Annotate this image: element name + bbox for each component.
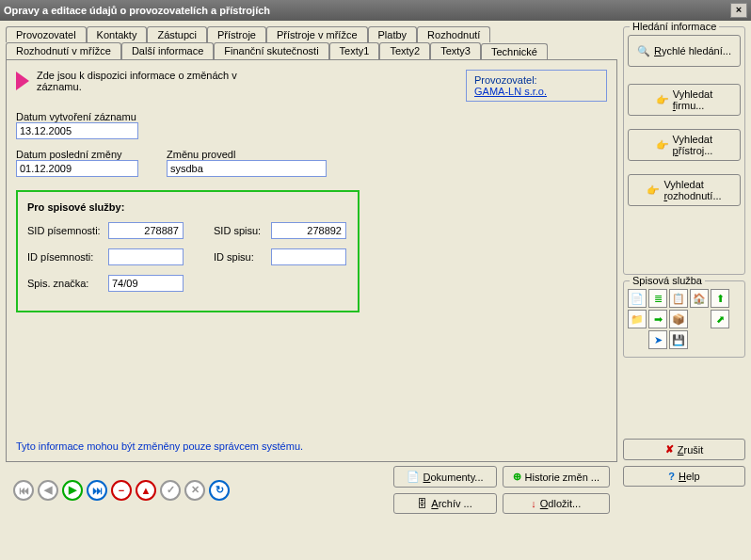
provozovatel-link[interactable]: GAMA-LN s.r.o. xyxy=(474,86,599,97)
spis-group-title: Spisová služba xyxy=(630,275,705,286)
label-id-spisu: ID spisu: xyxy=(214,251,265,263)
tab-rozhodnuti-mrizce[interactable]: Rozhodnutí v mřížce xyxy=(6,42,121,59)
find-device-button[interactable]: 👉 Vyhledatpřístroj... xyxy=(628,129,741,161)
nav-prev[interactable]: ◀ xyxy=(38,480,58,501)
provozovatel-box: Provozovatel: GAMA-LN s.r.o. xyxy=(466,70,607,102)
nav-first[interactable]: ⏮ xyxy=(13,480,34,501)
document-icon: 📄 xyxy=(407,471,420,483)
nav-refresh[interactable]: ↻ xyxy=(209,480,230,501)
help-icon: ? xyxy=(668,471,675,482)
input-changed-by[interactable] xyxy=(167,160,327,177)
label-sid-spisu: SID spisu: xyxy=(214,225,265,236)
input-sid-spisu[interactable] xyxy=(271,222,346,239)
nav-cancel[interactable]: ✕ xyxy=(184,480,205,501)
label-id-pisemnosti: ID písemnosti: xyxy=(27,251,103,263)
pointer-icon: 👉 xyxy=(656,139,669,152)
archive-icon: 🗄 xyxy=(417,498,427,509)
x-icon: ✘ xyxy=(665,443,674,456)
tb-right-icon[interactable]: ➤ xyxy=(648,330,667,349)
tab-kontakty[interactable]: Kontakty xyxy=(87,26,148,42)
label-spis-znacka: Spis. značka: xyxy=(27,278,103,289)
tb-home-icon[interactable]: 🏠 xyxy=(690,289,709,308)
tb-send-icon[interactable]: ⬈ xyxy=(711,310,729,328)
provozovatel-label: Provozovatel: xyxy=(474,74,599,86)
spisove-sluzby-box: Pro spisové služby: SID písemnosti: SID … xyxy=(16,190,360,312)
input-modified[interactable] xyxy=(16,160,138,177)
nav-ok[interactable]: ✓ xyxy=(160,480,181,501)
search-group-title: Hledání informace xyxy=(630,21,719,32)
tab-pristroje[interactable]: Přístroje xyxy=(207,26,266,42)
nav-up[interactable]: ▲ xyxy=(136,480,156,501)
defer-button[interactable]: ↓ Odložit... xyxy=(503,493,610,514)
archive-button[interactable]: 🗄 Archív ... xyxy=(393,493,497,514)
cancel-button[interactable]: ✘ Zrušit xyxy=(623,439,745,460)
tb-box-icon[interactable]: 📦 xyxy=(669,310,688,328)
plus-icon: ⊕ xyxy=(513,471,521,483)
tb-folder-icon[interactable]: 📁 xyxy=(628,310,647,328)
nav-next[interactable]: ▶ xyxy=(62,480,83,501)
tab-rozhodnuti[interactable]: Rozhodnutí xyxy=(417,26,490,42)
tb-new-icon[interactable]: 📄 xyxy=(628,289,647,308)
tab-provozovatel[interactable]: Provozovatel xyxy=(6,26,87,42)
find-decision-button[interactable]: 👉 Vyhledatrozhodnutí... xyxy=(628,174,741,206)
label-created: Datum vytvoření záznamu xyxy=(16,111,607,122)
tab-technicke[interactable]: Technické xyxy=(481,43,548,60)
tab-pristroje-mrizce[interactable]: Přístroje v mřížce xyxy=(266,26,368,42)
nav-last[interactable]: ⏭ xyxy=(87,480,107,501)
tb-copy-icon[interactable]: 📋 xyxy=(669,289,688,308)
btn-docs-rest: okumenty... xyxy=(430,472,483,483)
tb-up-icon[interactable]: ⬆ xyxy=(711,289,729,308)
documents-button[interactable]: 📄 Dokumenty... xyxy=(393,466,497,488)
tab-texty3[interactable]: Texty3 xyxy=(430,42,481,59)
label-modified: Datum poslední změny xyxy=(16,149,138,160)
footnote: Tyto informace mohou být změněny pouze s… xyxy=(16,440,303,452)
info-text: Zde jsou k dispozici informace o změnách… xyxy=(37,70,281,92)
input-id-spisu[interactable] xyxy=(271,248,346,265)
close-button[interactable]: × xyxy=(730,3,747,18)
find-company-button[interactable]: 👉 Vyhledatfirmu... xyxy=(628,84,741,116)
tb-go-icon[interactable]: ➡ xyxy=(648,310,667,328)
help-button[interactable]: ? Help xyxy=(623,466,745,487)
input-sid-pisemnosti[interactable] xyxy=(108,222,184,239)
tab-texty2[interactable]: Texty2 xyxy=(379,42,430,59)
tb-list-icon[interactable]: ≣ xyxy=(648,289,667,308)
tb-disk-icon[interactable]: 💾 xyxy=(669,330,688,349)
pointer-icon: 👉 xyxy=(656,94,669,106)
arrow-icon xyxy=(16,72,29,90)
input-spis-znacka[interactable] xyxy=(108,275,184,292)
quick-search-button[interactable]: 🔍 Rychlé hledání... xyxy=(628,35,741,67)
pointer-icon: 👉 xyxy=(647,184,660,197)
history-button[interactable]: ⊕ Historie změn ... xyxy=(503,466,610,488)
down-arrow-icon: ↓ xyxy=(531,498,536,509)
window-title: Opravy a editace údajů o provozovatelích… xyxy=(4,5,270,16)
nav-delete[interactable]: − xyxy=(111,480,132,501)
tab-dalsi-informace[interactable]: Další informace xyxy=(121,42,214,59)
label-sid-pisemnosti: SID písemnosti: xyxy=(27,225,103,236)
input-id-pisemnosti[interactable] xyxy=(108,248,184,265)
tab-financni[interactable]: Finanční skutečnosti xyxy=(214,42,328,59)
label-changed-by: Změnu provedl xyxy=(167,149,327,160)
tab-platby[interactable]: Platby xyxy=(368,26,418,42)
tab-zastupci[interactable]: Zástupci xyxy=(147,26,207,42)
search-icon: 🔍 xyxy=(637,45,650,57)
input-created[interactable] xyxy=(16,122,138,139)
tab-texty1[interactable]: Texty1 xyxy=(329,42,380,59)
box-title: Pro spisové služby: xyxy=(27,201,348,213)
